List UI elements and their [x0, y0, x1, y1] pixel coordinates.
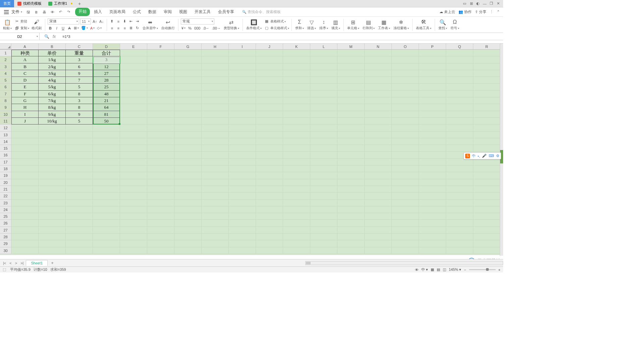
cell-K30[interactable]: [283, 247, 310, 254]
cell-E22[interactable]: [120, 193, 147, 199]
cell-R14[interactable]: [473, 138, 500, 145]
cell-L14[interactable]: [310, 138, 337, 145]
cell-N30[interactable]: [365, 247, 392, 254]
cell-R5[interactable]: [473, 77, 500, 84]
cell-J11[interactable]: [256, 118, 283, 124]
bold-button[interactable]: B: [48, 25, 53, 31]
col-header-J[interactable]: J: [256, 44, 283, 49]
cell-F2[interactable]: [147, 56, 174, 63]
cell-B7[interactable]: 6/kg: [39, 91, 66, 97]
cell-F12[interactable]: [147, 124, 174, 131]
cell-N12[interactable]: [365, 124, 392, 131]
cell-E7[interactable]: [120, 91, 147, 97]
cell-K17[interactable]: [283, 159, 310, 165]
cell-M11[interactable]: [337, 118, 365, 124]
cell-Q1[interactable]: [446, 50, 473, 56]
cell-R2[interactable]: [473, 56, 500, 63]
dec-decimal-button[interactable]: .00→: [211, 25, 221, 31]
sheet-tab-sheet1[interactable]: Sheet1: [26, 260, 48, 266]
cell-P4[interactable]: [419, 70, 446, 77]
cell-D15[interactable]: [93, 145, 120, 152]
cell-O18[interactable]: [392, 165, 419, 172]
cell-O7[interactable]: [392, 91, 419, 97]
collab-button[interactable]: 👥协作: [459, 9, 472, 14]
orientation-button[interactable]: ↻: [135, 25, 140, 31]
cell-F25[interactable]: [147, 213, 174, 220]
col-header-D[interactable]: D: [93, 44, 120, 49]
cell-D17[interactable]: [93, 159, 120, 165]
cell-J9[interactable]: [256, 104, 283, 111]
cell-C6[interactable]: 5: [66, 84, 93, 90]
cell-N8[interactable]: [365, 97, 392, 104]
view-page-button[interactable]: ▤: [437, 267, 440, 272]
cell-E12[interactable]: [120, 124, 147, 131]
paste-button[interactable]: 📋粘贴: [2, 17, 13, 32]
cell-D18[interactable]: [93, 165, 120, 172]
cell-N19[interactable]: [365, 172, 392, 179]
cell-I10[interactable]: [229, 111, 256, 118]
row-header-5[interactable]: 5: [0, 77, 11, 84]
cell-M21[interactable]: [337, 186, 365, 193]
cell-D13[interactable]: [93, 132, 120, 138]
cell-A24[interactable]: [11, 206, 39, 213]
cell-L23[interactable]: [310, 200, 337, 206]
cell-M26[interactable]: [337, 220, 365, 227]
cell-A3[interactable]: B: [11, 63, 39, 70]
col-header-G[interactable]: G: [174, 44, 202, 49]
cell-D23[interactable]: [93, 200, 120, 206]
ribbon-tab-开始[interactable]: 开始: [75, 8, 90, 16]
cell-C4[interactable]: 9: [66, 70, 93, 77]
cell-E1[interactable]: [120, 50, 147, 56]
ribbon-tab-公式[interactable]: 公式: [129, 8, 144, 16]
cell-L3[interactable]: [310, 63, 337, 70]
row-header-6[interactable]: 6: [0, 84, 11, 90]
cell-H16[interactable]: [202, 152, 229, 158]
copy-button[interactable]: 🗐: [14, 25, 19, 31]
cell-K12[interactable]: [283, 124, 310, 131]
cell-H29[interactable]: [202, 240, 229, 247]
cell-K27[interactable]: [283, 227, 310, 234]
cell-E13[interactable]: [120, 132, 147, 138]
cell-P28[interactable]: [419, 234, 446, 240]
cell-A5[interactable]: D: [11, 77, 39, 84]
cell-I22[interactable]: [229, 193, 256, 199]
cell-K29[interactable]: [283, 240, 310, 247]
cell-P17[interactable]: [419, 159, 446, 165]
cell-C7[interactable]: 8: [66, 91, 93, 97]
cell-P25[interactable]: [419, 213, 446, 220]
cell-J30[interactable]: [256, 247, 283, 254]
cell-G30[interactable]: [174, 247, 202, 254]
cell-I6[interactable]: [229, 84, 256, 90]
cell-L21[interactable]: [310, 186, 337, 193]
cell-O23[interactable]: [392, 200, 419, 206]
cell-Q23[interactable]: [446, 200, 473, 206]
cell-Q15[interactable]: [446, 145, 473, 152]
cell-B15[interactable]: [39, 145, 66, 152]
cell-Q24[interactable]: [446, 206, 473, 213]
row-header-9[interactable]: 9: [0, 104, 11, 111]
cell-O10[interactable]: [392, 111, 419, 118]
cell-G1[interactable]: [174, 50, 202, 56]
cell-D25[interactable]: [93, 213, 120, 220]
row-header-3[interactable]: 3: [0, 63, 11, 70]
cell-C15[interactable]: [66, 145, 93, 152]
cell-K25[interactable]: [283, 213, 310, 220]
cell-G17[interactable]: [174, 159, 202, 165]
cell-R3[interactable]: [473, 63, 500, 70]
cell-C28[interactable]: [66, 234, 93, 240]
font-color-button[interactable]: A: [90, 25, 95, 31]
inc-decimal-button[interactable]: .0←: [202, 25, 210, 31]
cell-J24[interactable]: [256, 206, 283, 213]
view-normal-button[interactable]: ▦: [431, 267, 434, 272]
cell-F4[interactable]: [147, 70, 174, 77]
zoom-value[interactable]: 145% ▾: [449, 267, 461, 272]
cell-L13[interactable]: [310, 132, 337, 138]
cell-K6[interactable]: [283, 84, 310, 90]
window-minimize-button[interactable]: —: [482, 2, 488, 6]
align-top-button[interactable]: ⬆: [109, 18, 115, 24]
cell-I4[interactable]: [229, 70, 256, 77]
cell-B14[interactable]: [39, 138, 66, 145]
cell-R8[interactable]: [473, 97, 500, 104]
cell-H25[interactable]: [202, 213, 229, 220]
cell-C30[interactable]: [66, 247, 93, 254]
